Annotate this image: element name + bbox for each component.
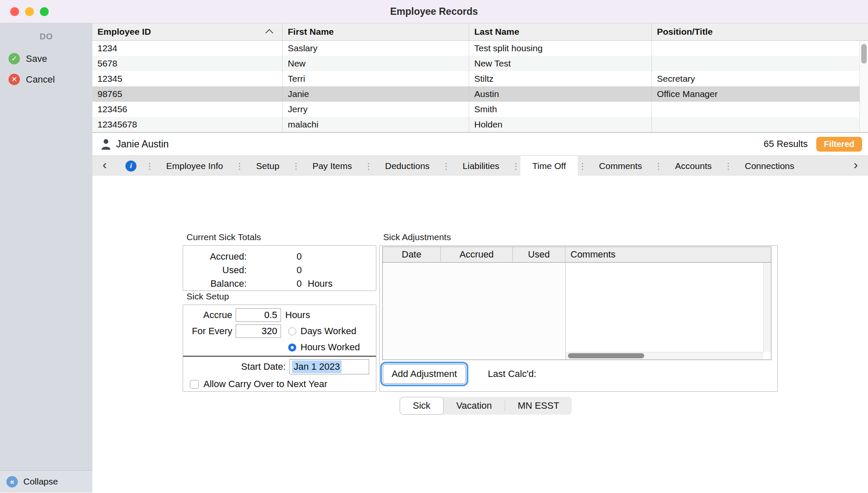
tab-connections[interactable]: Connections [733, 156, 806, 176]
for-every-input[interactable] [236, 324, 281, 338]
group-title: Current Sick Totals [186, 232, 261, 242]
current-sick-totals-group: Current Sick Totals Accrued: 0 Used: 0 B… [183, 245, 376, 291]
balance-unit: Hours [308, 278, 333, 289]
tab-bar: ‹ i ⋮ Employee Info ⋮ Setup ⋮ Pay Items … [92, 155, 868, 176]
sick-setup-group: Sick Setup Accrue Hours For Every Days W… [183, 305, 376, 392]
adjustments-body [383, 263, 771, 360]
column-header-last-name[interactable]: Last Name [469, 23, 652, 40]
collapse-sidebar-button[interactable]: « Collapse [0, 470, 92, 493]
hours-worked-label: Hours Worked [300, 342, 360, 353]
table-row-selected[interactable]: 98765 Janie Austin Office Manager [92, 86, 868, 102]
scrollbar-thumb[interactable] [568, 353, 644, 358]
adjustments-table: Date Accrued Used Comments [382, 246, 771, 360]
used-value: 0 [247, 265, 302, 276]
tab-record-info[interactable]: i [117, 156, 145, 176]
title-bar: Employee Records [0, 0, 868, 23]
comments-horizontal-scrollbar[interactable] [566, 352, 763, 360]
record-status-row: Janie Austin 65 Results Filtered [92, 133, 868, 155]
traffic-lights [10, 0, 49, 23]
tab-separator-icon: ⋮ [364, 156, 373, 176]
sort-ascending-icon [265, 29, 273, 36]
adjustments-comments-area[interactable] [565, 263, 771, 360]
subtab-vacation[interactable]: Vacation [444, 397, 505, 415]
add-adjustment-button[interactable]: Add Adjustment [383, 364, 466, 384]
sidebar: DO ✓ Save ✕ Cancel « Collapse [0, 23, 92, 493]
column-header-first-name[interactable]: First Name [283, 23, 469, 40]
column-header-employee-id[interactable]: Employee ID [92, 23, 283, 40]
carry-over-label: Allow Carry Over to Next Year [203, 379, 327, 390]
filtered-badge[interactable]: Filtered [816, 137, 862, 152]
accrued-value: 0 [247, 251, 302, 262]
table-vertical-scrollbar[interactable] [860, 41, 868, 132]
tab-pay-items[interactable]: Pay Items [300, 156, 364, 176]
accrued-label: Accrued: [183, 251, 247, 262]
close-window-button[interactable] [10, 7, 19, 16]
tabs-scroll-left-button[interactable]: ‹ [92, 156, 117, 176]
tab-separator-icon: ⋮ [291, 156, 300, 176]
x-circle-icon: ✕ [8, 74, 20, 85]
hours-worked-radio[interactable] [288, 343, 296, 352]
comments-vertical-scrollbar[interactable] [763, 263, 771, 352]
accrue-label: Accrue [183, 310, 232, 321]
sidebar-header: DO [0, 23, 92, 48]
zoom-window-button[interactable] [40, 7, 49, 16]
tabs-scroll-right-button[interactable]: › [843, 156, 868, 176]
table-row[interactable]: 123456 Jerry Smith [92, 102, 868, 117]
adjustments-header-row: Date Accrued Used Comments [383, 247, 771, 263]
adjustments-column-comments: Comments [565, 247, 771, 262]
employee-table: Employee ID First Name Last Name Positio… [92, 23, 868, 133]
minimize-window-button[interactable] [25, 7, 34, 16]
tab-separator-icon: ⋮ [235, 156, 244, 176]
save-button-label: Save [26, 53, 47, 64]
start-date-input[interactable]: Jan 1 2023 [289, 359, 369, 374]
table-row[interactable]: 12345678 malachi Holden [92, 117, 868, 132]
table-row[interactable]: 12345 Terri Stiltz Secretary [92, 71, 868, 86]
group-title: Sick Adjustments [383, 232, 451, 242]
balance-value: 0 [247, 278, 302, 289]
column-header-position-title[interactable]: Position/Title [652, 23, 868, 40]
days-worked-label: Days Worked [300, 326, 356, 337]
check-circle-icon: ✓ [8, 53, 20, 64]
carry-over-checkbox[interactable] [190, 380, 199, 389]
cancel-button-label: Cancel [26, 74, 55, 85]
accrue-unit: Hours [285, 310, 310, 321]
balance-label: Balance: [183, 278, 247, 289]
tab-separator-icon: ⋮ [442, 156, 451, 176]
tab-liabilities[interactable]: Liabilities [451, 156, 511, 176]
subtab-sick[interactable]: Sick [400, 397, 444, 415]
tab-setup[interactable]: Setup [244, 156, 291, 176]
table-row[interactable]: 1234 Saslary Test split housing [92, 41, 868, 56]
subtab-mn-esst[interactable]: MN ESST [505, 397, 572, 415]
group-title: Sick Setup [186, 291, 229, 302]
tab-separator-icon: ⋮ [723, 156, 733, 176]
setup-divider [183, 356, 376, 357]
last-calcd-label: Last Calc'd: [488, 364, 536, 384]
accrue-input[interactable] [236, 308, 281, 322]
tab-accounts[interactable]: Accounts [663, 156, 723, 176]
tab-employee-info[interactable]: Employee Info [154, 156, 235, 176]
tab-separator-icon: ⋮ [511, 156, 520, 176]
table-row[interactable]: 5678 New New Test [92, 56, 868, 71]
sick-adjustments-group: Sick Adjustments Date Accrued Used Comme… [379, 245, 778, 392]
tab-deductions[interactable]: Deductions [373, 156, 442, 176]
collapse-label: Collapse [23, 476, 58, 487]
table-header-row: Employee ID First Name Last Name Positio… [92, 23, 868, 41]
days-worked-radio[interactable] [288, 327, 296, 335]
collapse-icon: « [6, 476, 18, 487]
current-record-name: Janie Austin [116, 138, 169, 150]
table-body: 1234 Saslary Test split housing 5678 New… [92, 41, 868, 132]
adjustments-column-used: Used [513, 247, 565, 262]
person-icon [101, 138, 111, 150]
tab-time-off[interactable]: Time Off [520, 156, 578, 176]
results-count: 65 Results [764, 138, 808, 150]
tab-separator-icon: ⋮ [654, 156, 663, 176]
start-date-label: Start Date: [183, 361, 286, 372]
start-date-selected-text: Jan 1 2023 [292, 360, 342, 373]
scrollbar-thumb[interactable] [861, 44, 867, 64]
leave-type-subtabs: Sick Vacation MN ESST [400, 397, 572, 415]
cancel-button[interactable]: ✕ Cancel [0, 69, 92, 90]
save-button[interactable]: ✓ Save [0, 48, 92, 69]
for-every-label: For Every [183, 326, 232, 337]
tab-comments[interactable]: Comments [587, 156, 654, 176]
main-area: Employee ID First Name Last Name Positio… [92, 23, 868, 493]
